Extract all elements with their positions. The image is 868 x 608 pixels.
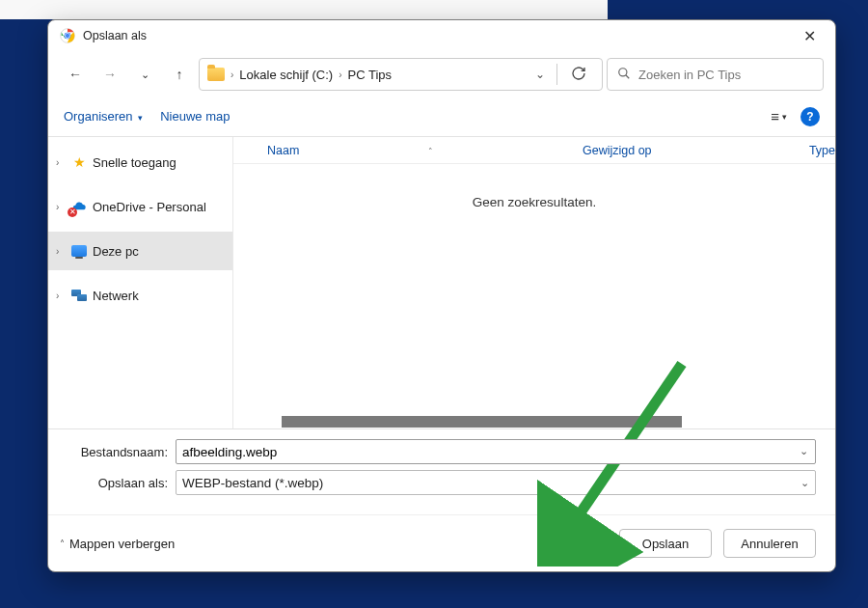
hide-folders-toggle[interactable]: ˄ Mappen verbergen bbox=[60, 537, 175, 551]
svg-point-5 bbox=[619, 68, 627, 75]
dialog-title: Opslaan als bbox=[83, 29, 147, 42]
nav-recent-button[interactable]: ⌄ bbox=[129, 59, 160, 90]
chevron-right-icon: › bbox=[56, 202, 66, 212]
sidebar-item-this-pc[interactable]: › Deze pc bbox=[48, 232, 232, 270]
nav-row: ← → ⌄ ↑ › Lokale schijf (C:) › PC Tips ⌄… bbox=[48, 51, 835, 97]
sidebar-item-onedrive[interactable]: › ✕ OneDrive - Personal bbox=[48, 187, 232, 226]
refresh-button[interactable] bbox=[563, 66, 594, 84]
cancel-button[interactable]: Annuleren bbox=[723, 529, 816, 558]
toolbar: Organiseren ▾ Nieuwe map ≡ ▾ ? bbox=[48, 97, 835, 136]
folder-icon bbox=[207, 68, 225, 81]
file-list: Naam ˄ Gewijzigd op Type Geen zoekresult… bbox=[233, 137, 835, 428]
sidebar-item-quick-access[interactable]: › ★ Snelle toegang bbox=[48, 143, 232, 181]
chevron-down-icon: ⌄ bbox=[800, 477, 809, 489]
caret-down-icon: ▾ bbox=[138, 113, 143, 123]
filetype-label: Opslaan als: bbox=[68, 476, 176, 490]
list-icon: ≡ bbox=[771, 108, 779, 124]
footer: ˄ Mappen verbergen Opslaan Annuleren bbox=[48, 514, 835, 571]
breadcrumb[interactable]: › Lokale schijf (C:) › PC Tips ⌄ bbox=[199, 58, 603, 91]
star-icon: ★ bbox=[71, 154, 87, 170]
network-icon bbox=[71, 290, 87, 301]
new-folder-button[interactable]: Nieuwe map bbox=[160, 109, 230, 124]
svg-point-4 bbox=[66, 34, 69, 38]
svg-line-6 bbox=[626, 74, 630, 78]
help-button[interactable]: ? bbox=[800, 107, 820, 126]
save-button[interactable]: Opslaan bbox=[619, 529, 712, 558]
search-input[interactable]: Zoeken in PC Tips bbox=[607, 58, 824, 91]
sidebar-item-network[interactable]: › Netwerk bbox=[48, 276, 232, 315]
sort-asc-icon: ˄ bbox=[428, 147, 433, 156]
chevron-down-icon[interactable]: ⌄ bbox=[800, 445, 808, 457]
column-type[interactable]: Type bbox=[809, 144, 835, 157]
column-headers: Naam ˄ Gewijzigd op Type bbox=[233, 137, 835, 164]
chevron-right-icon: › bbox=[339, 69, 341, 80]
caret-down-icon: ▾ bbox=[782, 112, 787, 122]
column-date[interactable]: Gewijzigd op bbox=[583, 144, 809, 157]
breadcrumb-root[interactable]: Lokale schijf (C:) bbox=[239, 68, 333, 82]
sidebar: › ★ Snelle toegang › ✕ OneDrive - Person… bbox=[48, 137, 233, 428]
search-placeholder: Zoeken in PC Tips bbox=[638, 68, 741, 82]
chrome-icon bbox=[60, 28, 75, 43]
filename-label: Bestandsnaam: bbox=[68, 445, 176, 459]
search-icon bbox=[617, 67, 631, 83]
nav-up-button[interactable]: ↑ bbox=[164, 59, 195, 90]
organize-menu[interactable]: Organiseren ▾ bbox=[64, 109, 143, 124]
nav-forward-button[interactable]: → bbox=[95, 59, 125, 90]
nav-back-button[interactable]: ← bbox=[60, 59, 91, 90]
monitor-icon bbox=[71, 243, 87, 259]
cloud-icon: ✕ bbox=[71, 199, 87, 214]
view-mode-button[interactable]: ≡ ▾ bbox=[771, 108, 787, 124]
chevron-right-icon: › bbox=[56, 290, 66, 301]
save-as-dialog: Opslaan als ✕ ← → ⌄ ↑ › Lokale schijf (C… bbox=[47, 19, 836, 572]
save-fields: Bestandsnaam: ⌄ Opslaan als: WEBP-bestan… bbox=[48, 428, 835, 514]
chevron-right-icon: › bbox=[231, 69, 233, 80]
error-badge-icon: ✕ bbox=[68, 207, 77, 217]
caret-up-icon: ˄ bbox=[60, 539, 65, 549]
body: › ★ Snelle toegang › ✕ OneDrive - Person… bbox=[48, 136, 835, 428]
breadcrumb-current[interactable]: PC Tips bbox=[348, 68, 393, 82]
chevron-down-icon[interactable]: ⌄ bbox=[529, 68, 551, 81]
close-button[interactable]: ✕ bbox=[796, 25, 824, 47]
filetype-select[interactable]: WEBP-bestand (*.webp) ⌄ bbox=[176, 470, 816, 495]
column-name[interactable]: Naam ˄ bbox=[267, 144, 583, 157]
chevron-right-icon: › bbox=[56, 157, 66, 168]
filename-input[interactable] bbox=[176, 439, 816, 464]
horizontal-scrollbar[interactable] bbox=[233, 415, 835, 428]
chevron-right-icon: › bbox=[56, 246, 66, 257]
empty-message: Geen zoekresultaten. bbox=[233, 164, 835, 415]
titlebar: Opslaan als ✕ bbox=[48, 20, 835, 51]
